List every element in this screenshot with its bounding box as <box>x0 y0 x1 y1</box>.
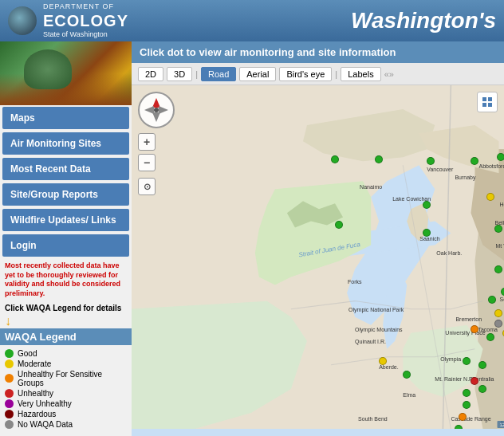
monitor-dot[interactable] <box>494 320 502 328</box>
svg-text:Saanich: Saanich <box>419 236 439 242</box>
monitor-dot[interactable] <box>463 389 471 397</box>
svg-text:Hope: Hope <box>500 202 504 208</box>
svg-text:University Place: University Place <box>445 330 485 336</box>
labels-button[interactable]: Labels <box>341 67 380 81</box>
legend-label: Unhealthy For Sensitive Groups <box>18 370 127 387</box>
legend-dot <box>5 359 14 368</box>
compass-east <box>159 106 168 114</box>
svg-text:Olympia: Olympia <box>440 356 461 363</box>
monitor-dot[interactable] <box>497 153 504 161</box>
nav-item-wildfire[interactable]: Wildfire Updates/ Links <box>2 209 129 231</box>
svg-text:Mt. Rainier N.P.: Mt. Rainier N.P. <box>435 376 474 382</box>
map-options-button[interactable] <box>477 92 498 112</box>
monitor-dot[interactable] <box>471 377 478 385</box>
waqa-legend-link[interactable]: Click WAQA Legend for details <box>0 302 132 314</box>
monitor-dot[interactable] <box>331 155 339 163</box>
monitor-dot[interactable] <box>494 265 502 273</box>
nav-item-site-reports[interactable]: Site/Group Reports <box>2 183 129 206</box>
ecology-label: ECOLOGY <box>43 11 128 30</box>
monitor-dot[interactable] <box>463 401 471 409</box>
monitor-dot[interactable] <box>488 296 496 304</box>
monitor-dot[interactable] <box>478 385 486 393</box>
svg-rect-42 <box>482 103 486 107</box>
svg-text:Olympic Mountains: Olympic Mountains <box>355 327 403 333</box>
monitor-dot[interactable] <box>478 361 486 369</box>
header: DEPARTMENT OF ECOLOGY State of Washingto… <box>0 0 504 41</box>
nav-item-air-monitoring[interactable]: Air Monitoring Sites <box>2 132 129 155</box>
sidebar-hero-image <box>0 41 132 105</box>
legend-item: Hazardous <box>5 410 127 418</box>
monitor-dot[interactable] <box>494 225 502 233</box>
monitor-dot[interactable] <box>494 309 502 317</box>
zoom-out-button[interactable]: − <box>138 154 156 171</box>
legend-dot <box>5 420 14 429</box>
zoom-in-button[interactable]: + <box>138 133 156 151</box>
map-view[interactable]: Strait of Juan de Fuca Vancouver Burnaby… <box>132 85 504 429</box>
logo: DEPARTMENT OF ECOLOGY State of Washingto… <box>8 2 128 39</box>
legend-item: Very Unhealthy <box>5 399 127 408</box>
legend-label: Hazardous <box>18 410 56 418</box>
view-2d-button[interactable]: 2D <box>138 67 163 81</box>
monitor-dot[interactable] <box>463 357 471 365</box>
nav-item-most-recent[interactable]: Most Recent Data <box>2 158 129 180</box>
compass-control[interactable] <box>138 92 175 128</box>
legend-item: No WAQA Data <box>5 420 127 429</box>
monitor-dot[interactable] <box>471 325 478 333</box>
legend-dot <box>5 349 14 358</box>
map-container: Click dot to view air monitoring and sit… <box>132 41 504 436</box>
svg-text:Olympic National Park: Olympic National Park <box>348 307 404 313</box>
nav-item-maps[interactable]: Maps <box>2 107 129 129</box>
monitor-dot[interactable] <box>455 425 463 429</box>
monitor-dot[interactable] <box>459 413 467 421</box>
svg-text:Burnaby: Burnaby <box>455 175 476 181</box>
location-button[interactable]: ⊙ <box>138 178 156 195</box>
legend-item: Unhealthy For Sensitive Groups <box>5 370 127 387</box>
legend-label: Unhealthy <box>18 389 53 398</box>
logo-text: DEPARTMENT OF ECOLOGY State of Washingto… <box>43 2 128 39</box>
waqa-legend-title: WAQA Legend <box>0 328 132 345</box>
nav-item-login[interactable]: Login <box>2 234 129 257</box>
svg-text:Aberde.: Aberde. <box>379 364 399 370</box>
logo-seal <box>8 6 37 35</box>
legend-items: Good Moderate Unhealthy For Sensitive Gr… <box>0 345 132 433</box>
legend-dot <box>5 389 14 398</box>
monitor-dot[interactable] <box>501 288 504 296</box>
state-label: State of Washington <box>43 30 128 39</box>
legend-label: No WAQA Data <box>18 420 73 429</box>
toolbar-divider-2: | <box>335 69 337 79</box>
toolbar-divider-3: «» <box>384 69 394 79</box>
disclaimer-notice: Most recently collected data have yet to… <box>0 258 132 302</box>
toolbar-divider-1: | <box>195 69 198 79</box>
sidebar: MapsAir Monitoring SitesMost Recent Data… <box>0 41 132 436</box>
svg-text:South Bend: South Bend <box>358 416 388 422</box>
monitor-dot[interactable] <box>335 221 343 229</box>
road-view-button[interactable]: Road <box>201 67 236 81</box>
page-title: Washington's <box>351 8 496 33</box>
view-3d-button[interactable]: 3D <box>167 67 192 81</box>
monitor-dot[interactable] <box>427 157 435 165</box>
legend-label: Moderate <box>18 359 51 368</box>
monitor-dot[interactable] <box>379 357 387 365</box>
aerial-view-button[interactable]: Aerial <box>239 67 276 81</box>
monitor-dot[interactable] <box>486 333 494 341</box>
monitor-dot[interactable] <box>403 371 411 379</box>
birds-eye-button[interactable]: Bird's eye <box>279 67 332 81</box>
legend-dot <box>5 410 14 418</box>
compass-west <box>144 106 154 114</box>
svg-rect-41 <box>488 97 492 101</box>
map-background: Strait of Juan de Fuca Vancouver Burnaby… <box>132 85 504 429</box>
monitor-dot[interactable] <box>486 193 494 201</box>
svg-text:Abbotsford: Abbotsford <box>478 163 504 169</box>
legend-item: Good <box>5 349 127 358</box>
svg-rect-43 <box>488 103 492 107</box>
legend-label: Very Unhealthy <box>18 399 72 408</box>
monitor-dot[interactable] <box>375 155 383 163</box>
compass-inner <box>144 98 168 122</box>
legend-item: Unhealthy <box>5 389 127 398</box>
svg-text:Vancouver: Vancouver <box>427 167 454 172</box>
monitor-dot[interactable] <box>423 229 431 237</box>
waqa-arrow-icon: ↓ <box>0 314 132 328</box>
legend-item: Moderate <box>5 359 127 368</box>
monitor-dot[interactable] <box>423 201 431 209</box>
monitor-dot[interactable] <box>471 157 478 165</box>
